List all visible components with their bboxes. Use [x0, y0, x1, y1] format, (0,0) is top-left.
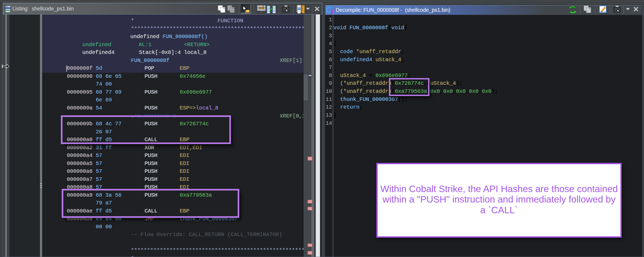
svg-text:f: f [331, 9, 334, 15]
